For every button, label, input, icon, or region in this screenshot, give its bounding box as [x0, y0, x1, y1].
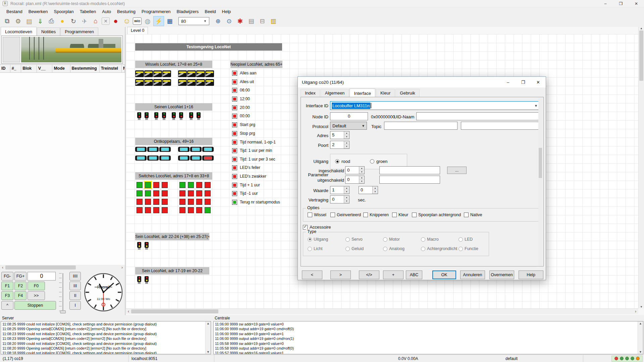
- close-box-icon[interactable]: ✕: [102, 17, 110, 25]
- monitor-icon[interactable]: ▦: [165, 16, 175, 26]
- properties-gears-icon[interactable]: ⚙: [13, 16, 23, 26]
- f1-button[interactable]: F1: [1, 282, 13, 290]
- signal-symbol[interactable]: [144, 112, 149, 120]
- add-button[interactable]: +: [383, 270, 404, 279]
- sleep-icon[interactable]: ◍: [143, 16, 153, 26]
- switch-button[interactable]: [179, 207, 185, 213]
- type-geluid-radio[interactable]: Geluid: [345, 246, 364, 251]
- switch-button[interactable]: [137, 199, 143, 205]
- groen-radio-option[interactable]: groen: [370, 159, 387, 164]
- radio-icon[interactable]: [421, 237, 425, 242]
- tab-programmeren[interactable]: Programmeren: [60, 27, 98, 36]
- switch-button[interactable]: [196, 190, 202, 196]
- switch-symbol[interactable]: [187, 70, 196, 77]
- spinner-arrows[interactable]: ▲▼: [372, 186, 378, 194]
- ingeschakeld-spinner[interactable]: 0 ▲▼: [345, 166, 365, 174]
- scroll-left-icon[interactable]: ‹: [0, 265, 5, 270]
- decoupler-symbol[interactable]: [178, 147, 190, 152]
- close-icon[interactable]: ✕: [629, 0, 644, 7]
- signal-symbol[interactable]: [137, 112, 142, 120]
- switch-button[interactable]: [188, 207, 194, 213]
- ingeschakeld-field[interactable]: [379, 166, 440, 174]
- neopixel-button[interactable]: [232, 88, 237, 93]
- xml-button[interactable]: </>: [359, 270, 379, 279]
- switch-button[interactable]: [162, 207, 168, 213]
- uitgeschakeld-spinner[interactable]: 0 ▲▼: [345, 176, 365, 184]
- tab-locomotieven[interactable]: Locomotieven: [1, 27, 37, 36]
- server-log-scrollbar[interactable]: ▲▼: [205, 321, 211, 354]
- adres-value[interactable]: 5: [330, 131, 344, 139]
- radio-icon[interactable]: [421, 247, 425, 251]
- col-v[interactable]: V__: [37, 65, 53, 72]
- f2-button[interactable]: F2: [14, 282, 26, 290]
- checkbox-icon[interactable]: [412, 213, 417, 217]
- neopixel-button[interactable]: [232, 114, 237, 119]
- zoom-in-icon[interactable]: ⊕: [213, 16, 223, 26]
- radio-icon[interactable]: [383, 247, 387, 251]
- switch-button[interactable]: [205, 190, 211, 196]
- menu-programmeren[interactable]: Programmeren: [139, 8, 174, 15]
- scroll-right-icon[interactable]: ›: [633, 309, 638, 314]
- clipboard-icon[interactable]: ▥: [268, 16, 278, 26]
- switch-symbol[interactable]: [162, 70, 171, 77]
- neopixel-button[interactable]: [232, 183, 237, 188]
- radio-icon[interactable]: [459, 237, 463, 242]
- col-maatschap[interactable]: Maatschap: [122, 65, 125, 72]
- tab-level-0[interactable]: Level 0: [127, 27, 148, 34]
- checkbox-icon[interactable]: [464, 213, 469, 217]
- checkbox-checked-icon[interactable]: [303, 225, 308, 230]
- decoupler-symbol[interactable]: [135, 147, 147, 152]
- switch-button[interactable]: [188, 199, 194, 205]
- radio-selected-icon[interactable]: [335, 159, 339, 164]
- switch-button[interactable]: [205, 207, 211, 213]
- radio-icon[interactable]: [345, 237, 350, 242]
- waarde-value-2[interactable]: 0: [359, 186, 372, 194]
- prev-button[interactable]: <: [302, 270, 322, 279]
- neopixel-button[interactable]: [232, 105, 237, 110]
- tab-notities[interactable]: Notities: [37, 27, 60, 36]
- decoupler-symbol[interactable]: [178, 156, 190, 161]
- decoupler-symbol[interactable]: [190, 147, 202, 152]
- save-icon[interactable]: ⇓: [35, 16, 45, 26]
- decoupler-symbol[interactable]: [147, 156, 159, 161]
- scroll-left-icon[interactable]: ‹: [126, 309, 131, 314]
- browse-button[interactable]: ...: [447, 167, 467, 174]
- col-number[interactable]: #_: [10, 65, 21, 72]
- switch-button[interactable]: [179, 190, 185, 196]
- switch-button[interactable]: [162, 199, 168, 205]
- close-icon[interactable]: ✕: [531, 77, 546, 87]
- neopixel-button[interactable]: [232, 148, 237, 153]
- ok-button[interactable]: OK: [432, 270, 456, 279]
- signal-symbol[interactable]: [171, 112, 176, 120]
- smiley-icon[interactable]: ☺: [122, 16, 132, 26]
- menu-auto[interactable]: Auto: [99, 8, 114, 15]
- minimize-icon[interactable]: –: [500, 77, 516, 87]
- signal-symbol[interactable]: [137, 242, 142, 250]
- switch-button[interactable]: [145, 182, 151, 188]
- col-mode[interactable]: Mode: [52, 65, 70, 72]
- menu-beeld[interactable]: Beeld: [202, 8, 219, 15]
- type-analoog-radio[interactable]: Analoog: [383, 246, 405, 251]
- type-motor-radio[interactable]: Motor: [383, 237, 400, 242]
- spinner-arrows[interactable]: ▲▼: [344, 141, 349, 148]
- emergency-stop-icon[interactable]: ●: [111, 16, 121, 26]
- spinner-arrows[interactable]: ▲▼: [344, 186, 349, 194]
- type-led-radio[interactable]: LED: [459, 237, 473, 242]
- gear-1-button[interactable]: I: [69, 301, 81, 310]
- decoupler-symbol[interactable]: [190, 156, 202, 161]
- signal-symbol[interactable]: [196, 112, 201, 120]
- switch-button[interactable]: [153, 199, 159, 205]
- f4-button[interactable]: F4: [14, 291, 26, 300]
- switch-symbol[interactable]: [153, 79, 162, 86]
- switch-button[interactable]: [153, 207, 159, 213]
- vertraging-value[interactable]: 0: [330, 196, 344, 203]
- tab-algemeen[interactable]: Algemeen: [321, 89, 349, 97]
- uid-naam-field[interactable]: [416, 112, 541, 120]
- col-blok[interactable]: Blok: [21, 65, 37, 72]
- scrollbar-thumb[interactable]: [131, 309, 218, 313]
- neopixel-button[interactable]: [232, 122, 237, 127]
- poort-spinner[interactable]: 2 ▲▼: [330, 141, 350, 149]
- radio-icon[interactable]: [345, 247, 350, 251]
- topic-extra-field[interactable]: [461, 122, 540, 130]
- spinner-arrows[interactable]: ▲▼: [344, 131, 349, 139]
